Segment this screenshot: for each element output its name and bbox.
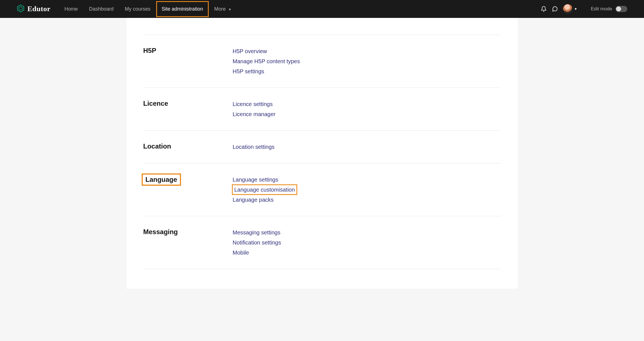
brand-logo-icon — [17, 4, 25, 14]
link-language-packs[interactable]: Language packs — [233, 195, 297, 204]
link-h5p-overview[interactable]: H5P overview — [233, 47, 300, 56]
section-title-h5p: H5P — [143, 47, 156, 54]
user-menu[interactable]: ▼ — [563, 4, 578, 14]
chevron-down-icon: ▼ — [228, 8, 232, 11]
nav-right: ▼ Edit mode — [541, 4, 627, 14]
section-messaging: Messaging Messaging settings Notificatio… — [143, 225, 501, 260]
divider — [143, 216, 501, 216]
link-notification-settings[interactable]: Notification settings — [233, 238, 281, 247]
section-title-location: Location — [143, 142, 171, 150]
divider — [143, 88, 501, 88]
link-location-settings[interactable]: Location settings — [233, 142, 275, 151]
link-language-customisation[interactable]: Language customisation — [233, 185, 297, 194]
nav-more[interactable]: More ▼ — [209, 1, 237, 17]
section-location: Location Location settings — [143, 139, 501, 155]
brand[interactable]: Edutor — [17, 4, 50, 14]
svg-marker-1 — [19, 6, 22, 10]
link-messaging-settings[interactable]: Messaging settings — [233, 228, 281, 237]
nav-more-label: More — [214, 6, 226, 12]
svg-marker-0 — [18, 5, 24, 12]
avatar — [563, 4, 572, 14]
admin-settings-card: H5P H5P overview Manage H5P content type… — [127, 18, 518, 289]
divider — [143, 163, 501, 163]
section-licence: Licence Licence settings Licence manager — [143, 96, 501, 122]
notifications-icon[interactable] — [541, 6, 547, 12]
section-h5p: H5P H5P overview Manage H5P content type… — [143, 43, 501, 79]
link-licence-manager[interactable]: Licence manager — [233, 110, 275, 119]
divider — [143, 35, 501, 35]
section-title-licence: Licence — [143, 100, 168, 107]
chevron-down-icon: ▼ — [574, 7, 578, 11]
nav-site-administration[interactable]: Site administration — [156, 1, 209, 17]
section-title-language: Language — [143, 175, 179, 184]
navbar: Edutor Home Dashboard My courses Site ad… — [0, 0, 644, 18]
brand-name: Edutor — [27, 5, 50, 13]
main-nav: Home Dashboard My courses Site administr… — [59, 1, 237, 17]
link-messaging-mobile[interactable]: Mobile — [233, 248, 281, 257]
edit-mode-toggle[interactable] — [616, 6, 627, 12]
messages-icon[interactable] — [552, 6, 558, 12]
link-h5p-settings[interactable]: H5P settings — [233, 67, 300, 76]
section-language: Language Language settings Language cust… — [143, 172, 501, 208]
link-licence-settings[interactable]: Licence settings — [233, 100, 275, 109]
nav-my-courses[interactable]: My courses — [119, 1, 156, 17]
link-language-settings[interactable]: Language settings — [233, 175, 297, 184]
link-h5p-manage[interactable]: Manage H5P content types — [233, 57, 300, 66]
divider — [143, 130, 501, 131]
nav-dashboard[interactable]: Dashboard — [83, 1, 119, 17]
nav-home[interactable]: Home — [59, 1, 83, 17]
section-title-messaging: Messaging — [143, 228, 178, 236]
edit-mode: Edit mode — [591, 6, 627, 12]
edit-mode-label: Edit mode — [591, 6, 612, 12]
divider — [143, 269, 501, 269]
